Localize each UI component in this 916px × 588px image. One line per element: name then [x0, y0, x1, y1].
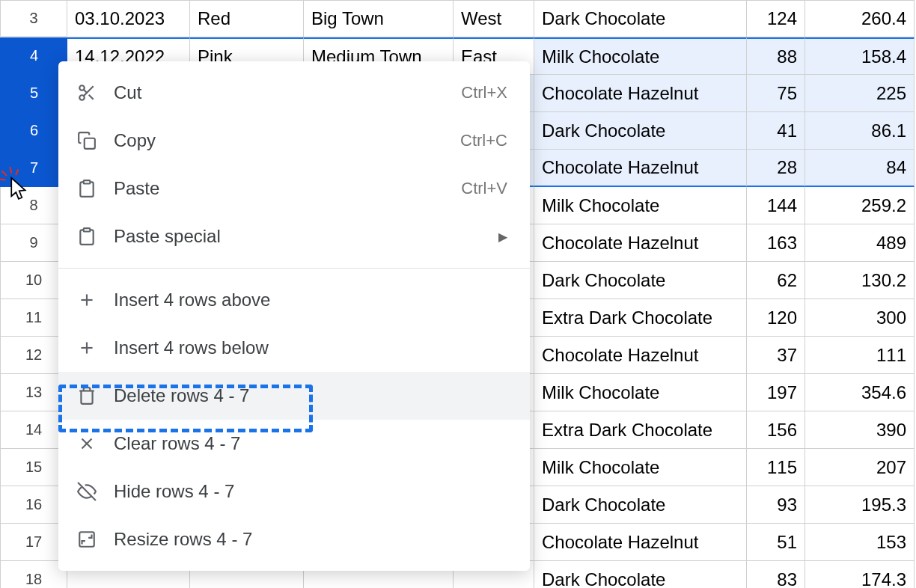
- context-menu: Cut Ctrl+X Copy Ctrl+C Paste Ctrl+V Past…: [58, 61, 530, 571]
- svg-rect-5: [85, 138, 95, 149]
- cell[interactable]: 144: [747, 187, 805, 224]
- cell[interactable]: 83: [747, 561, 805, 588]
- menu-paste[interactable]: Paste Ctrl+V: [58, 165, 530, 212]
- cell[interactable]: West: [454, 0, 534, 37]
- svg-point-1: [79, 95, 85, 100]
- menu-label: Insert 4 rows above: [114, 290, 507, 310]
- cell[interactable]: 489: [805, 224, 915, 262]
- menu-resize-rows[interactable]: Resize rows 4 - 7: [58, 515, 530, 563]
- cell[interactable]: 130.2: [805, 262, 915, 299]
- cell[interactable]: 120: [747, 299, 805, 337]
- cell[interactable]: Dark Chocolate: [534, 112, 747, 150]
- cell[interactable]: 115: [747, 449, 805, 486]
- row-header[interactable]: 3: [0, 0, 67, 37]
- submenu-arrow-icon: ▶: [498, 230, 507, 244]
- svg-rect-7: [84, 228, 91, 231]
- cell[interactable]: 259.2: [805, 187, 915, 224]
- menu-insert-above[interactable]: Insert 4 rows above: [58, 276, 530, 324]
- menu-insert-below[interactable]: Insert 4 rows below: [58, 324, 530, 372]
- cell[interactable]: Chocolate Hazelnut: [534, 337, 747, 374]
- cell[interactable]: 84: [805, 150, 915, 187]
- menu-delete-rows[interactable]: Delete rows 4 - 7: [58, 372, 530, 420]
- row-header[interactable]: 16: [0, 486, 67, 524]
- row-header[interactable]: 15: [0, 449, 67, 486]
- cell[interactable]: 62: [747, 262, 805, 299]
- cell[interactable]: 51: [747, 524, 805, 561]
- cell[interactable]: Milk Chocolate: [534, 449, 747, 486]
- menu-label: Hide rows 4 - 7: [114, 481, 507, 502]
- cell[interactable]: 163: [747, 224, 805, 262]
- cell[interactable]: 93: [747, 486, 805, 524]
- menu-hide-rows[interactable]: Hide rows 4 - 7: [58, 468, 530, 515]
- menu-label: Clear rows 4 - 7: [114, 433, 507, 454]
- svg-line-3: [89, 95, 94, 99]
- cell[interactable]: Milk Chocolate: [534, 374, 747, 411]
- row-header[interactable]: 6: [0, 112, 67, 150]
- menu-label: Copy: [114, 130, 460, 151]
- cell[interactable]: Extra Dark Chocolate: [534, 299, 747, 337]
- cell[interactable]: 300: [805, 299, 915, 337]
- cell[interactable]: Chocolate Hazelnut: [534, 75, 747, 112]
- cell[interactable]: Extra Dark Chocolate: [534, 411, 747, 449]
- cell[interactable]: Milk Chocolate: [534, 37, 747, 75]
- cell[interactable]: Milk Chocolate: [534, 187, 747, 224]
- svg-line-16: [10, 168, 12, 173]
- cell[interactable]: 354.6: [805, 374, 915, 411]
- menu-shortcut: Ctrl+C: [460, 131, 507, 150]
- cell[interactable]: 207: [805, 449, 915, 486]
- cell[interactable]: 03.10.2023: [67, 0, 190, 37]
- menu-label: Cut: [114, 82, 461, 103]
- menu-label: Paste: [114, 178, 461, 199]
- cell[interactable]: 37: [747, 337, 805, 374]
- row-header[interactable]: 14: [0, 411, 67, 449]
- svg-line-17: [2, 171, 6, 175]
- trash-icon: [73, 386, 100, 405]
- row-header[interactable]: 9: [0, 224, 67, 262]
- cell[interactable]: 86.1: [805, 112, 915, 150]
- cell[interactable]: Chocolate Hazelnut: [534, 524, 747, 561]
- menu-cut[interactable]: Cut Ctrl+X: [58, 69, 530, 117]
- cell[interactable]: Red: [190, 0, 304, 37]
- menu-paste-special[interactable]: Paste special ▶: [58, 212, 530, 260]
- resize-icon: [73, 530, 100, 549]
- menu-label: Resize rows 4 - 7: [114, 529, 507, 550]
- menu-clear-rows[interactable]: Clear rows 4 - 7: [58, 420, 530, 468]
- cell[interactable]: 153: [805, 524, 915, 561]
- cell[interactable]: 88: [747, 37, 805, 75]
- cell[interactable]: Dark Chocolate: [534, 262, 747, 299]
- cell[interactable]: 390: [805, 411, 915, 449]
- cell[interactable]: Dark Chocolate: [534, 486, 747, 524]
- cell[interactable]: Big Town: [304, 0, 454, 37]
- cell[interactable]: 195.3: [805, 486, 915, 524]
- menu-label: Paste special: [114, 226, 498, 247]
- cell[interactable]: Chocolate Hazelnut: [534, 150, 747, 187]
- svg-line-18: [16, 170, 18, 174]
- cell[interactable]: Dark Chocolate: [534, 561, 747, 588]
- cell[interactable]: Chocolate Hazelnut: [534, 224, 747, 262]
- cell[interactable]: 156: [747, 411, 805, 449]
- cell[interactable]: 197: [747, 374, 805, 411]
- row-header[interactable]: 5: [0, 75, 67, 112]
- cell[interactable]: 174.3: [805, 561, 915, 588]
- cell[interactable]: 75: [747, 75, 805, 112]
- plus-icon: [73, 338, 100, 358]
- cell[interactable]: 41: [747, 112, 805, 150]
- menu-separator: [58, 268, 530, 269]
- row-header[interactable]: 18: [0, 561, 67, 588]
- x-icon: [73, 434, 100, 453]
- cell[interactable]: 225: [805, 75, 915, 112]
- cell[interactable]: 158.4: [805, 37, 915, 75]
- row-header[interactable]: 10: [0, 262, 67, 299]
- row-header[interactable]: 4: [0, 37, 67, 75]
- row-header[interactable]: 12: [0, 337, 67, 374]
- menu-copy[interactable]: Copy Ctrl+C: [58, 117, 530, 165]
- cell[interactable]: 124: [747, 0, 805, 37]
- menu-shortcut: Ctrl+V: [461, 179, 507, 198]
- cell[interactable]: 111: [805, 337, 915, 374]
- cell[interactable]: Dark Chocolate: [534, 0, 747, 37]
- row-header[interactable]: 11: [0, 299, 67, 337]
- cell[interactable]: 28: [747, 150, 805, 187]
- row-header[interactable]: 17: [0, 524, 67, 561]
- cell[interactable]: 260.4: [805, 0, 915, 37]
- row-header[interactable]: 13: [0, 374, 67, 411]
